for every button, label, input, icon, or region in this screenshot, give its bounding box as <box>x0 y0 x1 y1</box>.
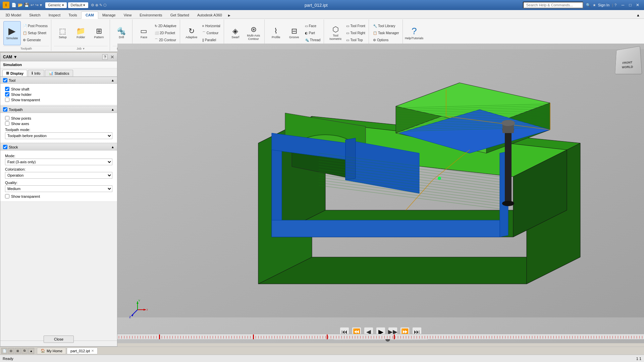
setup-button[interactable]: ⬚ Setup <box>54 21 71 45</box>
generate-button[interactable]: ⚙ Generate <box>21 37 49 44</box>
tab-3dmodel[interactable]: 3D Model <box>1 12 25 18</box>
help-tutorials-button[interactable]: ? Help/Tutorials <box>406 21 423 45</box>
close-panel-button[interactable]: Close <box>44 336 74 343</box>
2d-adaptive-button[interactable]: ↻ 2D Adaptive <box>153 23 178 29</box>
toolpath-enabled-checkbox[interactable] <box>3 107 7 112</box>
stock-enabled-checkbox[interactable] <box>3 145 7 149</box>
tile-v-icon[interactable]: ⊞ <box>15 348 21 354</box>
tool-library-button[interactable]: 🔧 Tool Library <box>372 23 400 29</box>
face-turn-button[interactable]: ▭ Face <box>304 23 322 29</box>
quality-select[interactable]: Low Medium High <box>5 185 112 192</box>
adaptive-button[interactable]: ↻ Adaptive <box>183 21 200 45</box>
tab-expand[interactable]: ▶ <box>226 12 232 18</box>
simulate-button[interactable]: ▶ Simulate <box>3 21 21 45</box>
toolpath-collapse-arrow: ▲ <box>111 108 114 111</box>
profile-button[interactable]: ⌇ Profile <box>267 21 285 45</box>
close-btn[interactable]: ✕ <box>634 2 641 8</box>
cascade-icon[interactable]: ⧉ <box>21 348 28 354</box>
viewcube[interactable]: FRONTWORLD <box>614 47 641 74</box>
tab-statistics[interactable]: 📊 Statistics <box>45 70 73 76</box>
tab-autodesk[interactable]: Autodesk A360 <box>193 12 226 18</box>
face-button[interactable]: ▭ Face <box>135 21 153 45</box>
statistics-icon: 📊 <box>49 71 53 75</box>
2d-pocket-button[interactable]: ⬜ 2D Pocket <box>153 30 178 37</box>
save-btn[interactable]: 💾 <box>24 3 29 7</box>
options-button[interactable]: ⚙ Options <box>372 37 400 44</box>
viewport[interactable]: X Y Z FRONTWORLD ⏮ ⏪ ◀ ▶ ▶▶ ⏩ ⏭ <box>117 44 644 343</box>
show-axes-checkbox[interactable] <box>5 121 9 126</box>
groove-button[interactable]: ⊟ Groove <box>285 21 303 45</box>
show-transparent-checkbox[interactable] <box>5 98 9 102</box>
svg-marker-63 <box>144 309 146 311</box>
cam-help-btn[interactable]: ? <box>102 54 108 60</box>
doc-tab-close[interactable]: ✕ <box>91 349 94 353</box>
search-input[interactable] <box>523 2 583 8</box>
tab-inspect[interactable]: Inspect <box>45 12 64 18</box>
multi-axis-contour-label: Multi-Axis Contour <box>246 34 262 41</box>
tile-h-icon[interactable]: ⊟ <box>8 348 14 354</box>
toolpath-mode-select[interactable]: Toolpath before position Toolpath after … <box>5 132 112 139</box>
signin-btn[interactable]: Sign In <box>598 3 609 7</box>
new-btn[interactable]: 📄 <box>11 3 16 7</box>
stock-mode-select[interactable]: Fast (3-axis only) Accurate Slow <box>5 159 112 165</box>
tab-view[interactable]: View <box>120 12 136 18</box>
2d-contour-button[interactable]: ⌒ 2D Contour <box>153 37 178 44</box>
horizontal-button[interactable]: ≡ Horizontal <box>201 23 222 29</box>
pattern-button[interactable]: ⊞ Pattern <box>90 21 108 45</box>
svg-text:Y: Y <box>138 300 140 302</box>
minimize-btn[interactable]: ─ <box>619 2 627 8</box>
cam-close-x[interactable]: ✕ <box>110 54 114 60</box>
ribbon-minimize[interactable]: ▲ <box>634 12 643 18</box>
doc-tab[interactable]: part_012.ipt ✕ <box>67 348 98 354</box>
tool-isometric-button[interactable]: ⬡ Tool Isometric <box>327 21 344 45</box>
contour-button[interactable]: ⌒ Contour <box>201 30 222 37</box>
colorization-select[interactable]: Operation Tool Feature <box>5 172 112 179</box>
toolbar-more[interactable]: ▾ <box>40 3 42 7</box>
folder-button[interactable]: 📁 Folder <box>72 21 90 45</box>
show-transparent-stock-checkbox[interactable] <box>5 194 9 198</box>
workspace-selector[interactable]: Default ▾ <box>68 2 88 8</box>
show-shaft-checkbox[interactable] <box>5 87 9 91</box>
thread-button[interactable]: 🔩 Thread <box>304 37 322 44</box>
swarf-icon: ◈ <box>232 27 238 35</box>
tool-enabled-checkbox[interactable] <box>3 78 7 82</box>
stock-section-header[interactable]: Stock ▲ <box>0 143 117 150</box>
toolpath-mode-label: Toolpath mode: <box>5 128 112 132</box>
post-process-button[interactable]: 📄 Post Process <box>21 23 49 29</box>
help-icon[interactable]: ? <box>614 3 616 7</box>
tab-get-started[interactable]: Get Started <box>166 12 193 18</box>
expand-icon[interactable]: ▲ <box>28 348 34 354</box>
restore-btn[interactable]: □ <box>627 2 634 8</box>
home-tab[interactable]: 🏠 My Home <box>37 348 66 354</box>
setup-sheet-button[interactable]: 📋 Setup Sheet <box>21 30 49 37</box>
task-manager-button[interactable]: 📋 Task Manager <box>372 30 400 37</box>
bookmark-icon[interactable]: ★ <box>593 3 596 7</box>
scheme-selector[interactable]: Generic ▾ <box>45 2 67 8</box>
search-icon[interactable]: 🔍 <box>586 3 591 7</box>
tool-section-header[interactable]: Tool ▲ <box>0 77 117 84</box>
open-btn[interactable]: 📂 <box>18 3 23 7</box>
tab-info[interactable]: ℹ Info <box>28 70 44 76</box>
drill-button[interactable]: 🔩 Drill <box>113 21 130 45</box>
tab-sketch[interactable]: Sketch <box>25 12 45 18</box>
tab-display[interactable]: ⊞ Display <box>2 70 27 76</box>
redo-btn[interactable]: ↪ <box>35 3 39 7</box>
parallel-button[interactable]: ∥ Parallel <box>201 37 222 44</box>
tool-right-button[interactable]: ▭ Tool Right <box>345 30 366 37</box>
swarf-button[interactable]: ◈ Swarf <box>227 21 244 45</box>
tab-cam[interactable]: CAM <box>81 11 98 19</box>
tool-top-button[interactable]: ▭ Tool Top <box>345 37 366 44</box>
tab-manage[interactable]: Manage <box>98 12 120 18</box>
show-holder-checkbox[interactable] <box>5 92 9 97</box>
tab-environments[interactable]: Environments <box>136 12 166 18</box>
undo-btn[interactable]: ↩ <box>31 3 34 7</box>
tool-front-button[interactable]: ▭ Tool Front <box>345 23 366 29</box>
part-button[interactable]: ◐ Part <box>304 30 322 37</box>
toolpath-section-header[interactable]: Toolpath ▲ <box>0 106 117 113</box>
viewcube-face[interactable]: FRONTWORLD <box>615 46 642 74</box>
multi-axis-contour-button[interactable]: ⊛ Multi-Axis Contour <box>245 21 262 45</box>
new-tab-icon[interactable]: 📄 <box>1 348 7 354</box>
tab-tools[interactable]: Tools <box>64 12 81 18</box>
app-icon: I <box>3 2 9 8</box>
show-points-checkbox[interactable] <box>5 116 9 120</box>
